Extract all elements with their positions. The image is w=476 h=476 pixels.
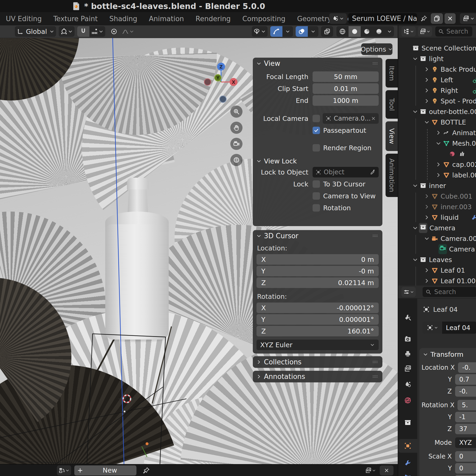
pivot-point-dropdown[interactable] [59, 26, 75, 37]
editor-type-button[interactable] [57, 465, 71, 475]
chevron-down-icon[interactable] [424, 235, 430, 242]
rotation-z-field[interactable]: 37 [455, 424, 476, 434]
outliner-row-mesh-data[interactable]: Mesh.01 [398, 138, 476, 149]
chevron-right-icon[interactable] [435, 172, 442, 178]
cursor-location-z-field[interactable]: Z0.02114 m [257, 277, 379, 288]
outliner-search-input[interactable] [446, 28, 470, 35]
chevron-right-icon[interactable] [424, 267, 430, 273]
workspace-tab-uv-editing[interactable]: UV Editing [6, 15, 42, 23]
chevron-right-icon[interactable] [424, 278, 430, 284]
cursor-location-y-field[interactable]: Y-0 m [257, 266, 379, 276]
location-z-field[interactable]: -0. [455, 386, 476, 397]
outliner-row-left[interactable]: Left [398, 75, 476, 85]
gizmo-toggle[interactable] [270, 26, 282, 37]
chevron-right-icon[interactable] [424, 193, 430, 199]
lock-to-3d-cursor-checkbox[interactable] [313, 180, 320, 188]
tab-tool[interactable] [398, 310, 417, 324]
close-icon[interactable] [371, 116, 376, 121]
xray-toggle[interactable] [321, 26, 333, 37]
drag-dots-icon[interactable] [371, 233, 379, 239]
lock-rotation-checkbox[interactable] [313, 204, 320, 212]
gizmo-z-label[interactable]: Z [219, 64, 223, 70]
outliner-row-right[interactable]: Right [398, 85, 476, 96]
rotation-mode-dropdown[interactable]: XYZ [455, 437, 476, 448]
cursor-rotation-y-field[interactable]: Y0.000001° [257, 314, 379, 325]
cursor-rotation-x-field[interactable]: X-0.000012° [257, 303, 379, 313]
collections-panel[interactable]: Collections [253, 356, 382, 368]
properties-search-input[interactable] [434, 288, 474, 296]
chevron-down-icon[interactable] [412, 108, 418, 115]
outliner-row-liquid[interactable]: liquid [398, 212, 476, 223]
chevron-right-icon[interactable] [424, 77, 430, 83]
sidebar-tab-tool[interactable]: Tool [386, 90, 398, 119]
workspace-tab-shading[interactable]: Shading [109, 15, 137, 23]
workspace-tab-texture-paint[interactable]: Texture Paint [53, 15, 98, 23]
delete-scene-button[interactable] [445, 13, 456, 24]
shading-wireframe-button[interactable] [336, 26, 349, 37]
outliner-row-camera-collection[interactable]: Camera [398, 223, 476, 233]
properties-search[interactable] [423, 287, 476, 297]
outliner-row-camera-data[interactable]: Camera [398, 244, 476, 254]
transform-panel-header[interactable]: Transform [419, 348, 476, 361]
outliner-row-cap[interactable]: cap.002 [398, 159, 476, 170]
outliner-row-inner003[interactable]: inner.003 [398, 202, 476, 212]
outliner-row-cube[interactable]: Cube.001 [398, 191, 476, 202]
outliner-row-leaf-01-002[interactable]: Leaf 01.002 [398, 276, 476, 286]
outliner-row-inner[interactable]: inner [398, 180, 476, 191]
outliner-display-mode-button[interactable] [418, 26, 432, 36]
euler-mode-dropdown[interactable]: XYZ Euler [257, 340, 379, 350]
object-type-button[interactable] [423, 322, 442, 334]
link-icon[interactable] [472, 87, 476, 94]
outliner-editor-type-button[interactable] [401, 26, 416, 36]
shading-rendered-button[interactable] [373, 26, 385, 37]
outliner-row-material-slot[interactable] [398, 149, 476, 159]
new-datablock-button[interactable]: New [74, 465, 136, 475]
tab-scene[interactable] [398, 378, 417, 391]
tab-collection[interactable] [398, 416, 417, 429]
sidebar-tab-item[interactable]: Item [386, 59, 398, 88]
location-y-field[interactable]: 0.7 [455, 374, 476, 385]
chevron-right-icon[interactable] [424, 98, 430, 104]
sidebar-tab-animation[interactable]: Animation [386, 154, 398, 197]
outliner-row-leaf-01[interactable]: Leaf 01 [398, 265, 476, 276]
outliner-row-label[interactable]: label.00 [398, 170, 476, 180]
chevron-down-icon[interactable] [412, 257, 418, 263]
breadcrumb-object[interactable]: Leaf 04 [433, 306, 458, 313]
chevron-right-icon[interactable] [435, 161, 442, 168]
snap-settings-dropdown[interactable] [89, 26, 105, 37]
camera-view-button[interactable] [230, 138, 242, 150]
chevron-right-icon[interactable] [435, 130, 442, 136]
scene-selector-button[interactable] [329, 13, 347, 24]
outliner-row-camera-001[interactable]: Camera.001 [398, 233, 476, 244]
object-name-field[interactable]: Leaf 04 [442, 322, 476, 334]
scale-z-field[interactable]: 0 [455, 475, 476, 476]
outliner-row-bottle[interactable]: BOTTLE [398, 117, 476, 127]
options-button[interactable]: Options [361, 43, 392, 55]
camera-to-view-checkbox[interactable] [313, 192, 320, 200]
outliner-row-spot[interactable]: Spot - Prod [398, 96, 476, 106]
clip-end-field[interactable]: 1000 m [313, 95, 379, 106]
local-camera-field[interactable]: Camera.0... [323, 113, 379, 124]
chevron-down-icon[interactable] [435, 140, 442, 147]
zoom-tool-button[interactable] [230, 106, 242, 118]
outliner-row-scene-collection[interactable]: Scene Collection [398, 43, 476, 53]
tab-render[interactable] [398, 332, 417, 346]
shading-solid-button[interactable] [349, 26, 361, 37]
workspace-tab-animation[interactable]: Animation [149, 15, 184, 23]
view-lock-subheader[interactable]: View Lock [253, 155, 382, 167]
chevron-right-icon[interactable] [424, 214, 430, 221]
outliner-row-outer-bottle[interactable]: outer-bottle.00 [398, 106, 476, 117]
tab-view-layer[interactable] [398, 362, 417, 376]
snap-toggle[interactable] [77, 26, 89, 37]
cursor-panel-header[interactable]: 3D Cursor [253, 230, 382, 242]
modifier-wrench-icon[interactable] [471, 214, 476, 221]
drag-dots-icon[interactable] [371, 60, 379, 67]
cursor-rotation-z-field[interactable]: Z160.01° [257, 326, 379, 336]
cursor-location-x-field[interactable]: X0 m [257, 254, 379, 265]
scene-name-field[interactable]: Serum LOEWE / Natural [348, 13, 417, 24]
passepartout-checkbox[interactable] [313, 127, 320, 134]
close-button[interactable] [380, 465, 393, 475]
perspective-toggle-button[interactable] [230, 154, 242, 166]
tab-object[interactable] [398, 439, 417, 453]
outliner-row-back-product[interactable]: Back Produc [398, 64, 476, 75]
